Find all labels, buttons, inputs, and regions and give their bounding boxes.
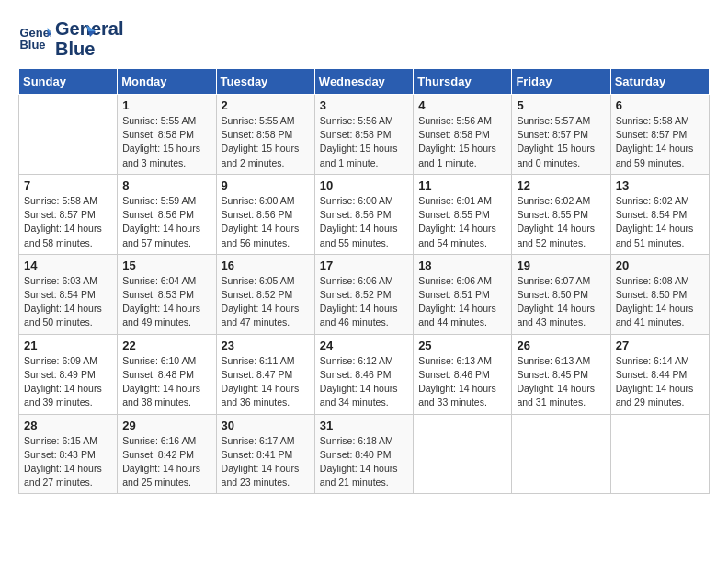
calendar-week-row: 28Sunrise: 6:15 AMSunset: 8:43 PMDayligh… — [19, 414, 710, 494]
day-number: 13 — [616, 178, 704, 192]
day-info: Sunrise: 5:58 AMSunset: 8:57 PMDaylight:… — [24, 194, 112, 250]
calendar-cell: 15Sunrise: 6:04 AMSunset: 8:53 PMDayligh… — [118, 254, 216, 334]
day-info: Sunrise: 6:17 AMSunset: 8:41 PMDaylight:… — [222, 434, 310, 490]
day-info: Sunrise: 6:18 AMSunset: 8:40 PMDaylight:… — [320, 434, 408, 490]
day-number: 31 — [320, 419, 408, 432]
calendar-cell: 1Sunrise: 5:55 AMSunset: 8:58 PMDaylight… — [118, 95, 216, 175]
day-number: 16 — [222, 259, 310, 272]
calendar-cell: 21Sunrise: 6:09 AMSunset: 8:49 PMDayligh… — [19, 334, 118, 414]
day-number: 1 — [122, 98, 210, 112]
calendar-cell: 7Sunrise: 5:58 AMSunset: 8:57 PMDaylight… — [19, 174, 118, 254]
day-number: 7 — [24, 178, 112, 192]
day-info: Sunrise: 6:04 AMSunset: 8:53 PMDaylight:… — [122, 274, 210, 330]
logo-bird-icon — [68, 20, 96, 48]
day-info: Sunrise: 6:12 AMSunset: 8:46 PMDaylight:… — [320, 354, 408, 410]
calendar-cell: 28Sunrise: 6:15 AMSunset: 8:43 PMDayligh… — [19, 414, 118, 494]
day-number: 15 — [122, 259, 210, 272]
day-number: 10 — [320, 178, 408, 192]
svg-marker-4 — [86, 25, 96, 31]
day-number: 22 — [122, 339, 210, 352]
calendar-cell: 20Sunrise: 6:08 AMSunset: 8:50 PMDayligh… — [610, 254, 709, 334]
calendar-cell: 27Sunrise: 6:14 AMSunset: 8:44 PMDayligh… — [610, 334, 709, 414]
day-number: 17 — [320, 259, 408, 272]
day-number: 29 — [122, 419, 210, 432]
day-info: Sunrise: 5:57 AMSunset: 8:57 PMDaylight:… — [517, 114, 605, 170]
day-header-friday: Friday — [512, 69, 610, 95]
day-number: 26 — [517, 339, 605, 352]
day-header-monday: Monday — [118, 69, 216, 95]
day-info: Sunrise: 6:01 AMSunset: 8:55 PMDaylight:… — [418, 194, 506, 250]
day-number: 19 — [517, 259, 605, 272]
calendar-cell — [414, 414, 512, 494]
day-number: 20 — [616, 259, 704, 272]
day-info: Sunrise: 6:02 AMSunset: 8:54 PMDaylight:… — [616, 194, 704, 250]
day-number: 5 — [517, 98, 605, 112]
calendar-cell: 18Sunrise: 6:06 AMSunset: 8:51 PMDayligh… — [414, 254, 512, 334]
calendar-cell: 8Sunrise: 5:59 AMSunset: 8:56 PMDaylight… — [118, 174, 216, 254]
day-info: Sunrise: 6:13 AMSunset: 8:45 PMDaylight:… — [517, 354, 605, 410]
calendar-cell: 26Sunrise: 6:13 AMSunset: 8:45 PMDayligh… — [512, 334, 610, 414]
calendar-cell: 5Sunrise: 5:57 AMSunset: 8:57 PMDaylight… — [512, 95, 610, 175]
day-info: Sunrise: 6:03 AMSunset: 8:54 PMDaylight:… — [24, 274, 112, 330]
day-number: 27 — [616, 339, 704, 352]
calendar-header: SundayMondayTuesdayWednesdayThursdayFrid… — [19, 69, 710, 95]
day-info: Sunrise: 5:55 AMSunset: 8:58 PMDaylight:… — [222, 114, 310, 170]
day-number: 3 — [320, 98, 408, 112]
calendar-week-row: 7Sunrise: 5:58 AMSunset: 8:57 PMDaylight… — [19, 174, 710, 254]
calendar-cell — [610, 414, 709, 494]
day-header-tuesday: Tuesday — [216, 69, 314, 95]
calendar-cell — [19, 95, 118, 175]
calendar-cell: 30Sunrise: 6:17 AMSunset: 8:41 PMDayligh… — [216, 414, 314, 494]
calendar-cell: 17Sunrise: 6:06 AMSunset: 8:52 PMDayligh… — [314, 254, 413, 334]
day-info: Sunrise: 6:10 AMSunset: 8:48 PMDaylight:… — [122, 354, 210, 410]
day-info: Sunrise: 5:56 AMSunset: 8:58 PMDaylight:… — [320, 114, 408, 170]
day-info: Sunrise: 6:05 AMSunset: 8:52 PMDaylight:… — [222, 274, 310, 330]
day-number: 8 — [122, 178, 210, 192]
calendar-week-row: 14Sunrise: 6:03 AMSunset: 8:54 PMDayligh… — [19, 254, 710, 334]
day-info: Sunrise: 6:06 AMSunset: 8:52 PMDaylight:… — [320, 274, 408, 330]
day-info: Sunrise: 6:07 AMSunset: 8:50 PMDaylight:… — [517, 274, 605, 330]
day-info: Sunrise: 6:14 AMSunset: 8:44 PMDaylight:… — [616, 354, 704, 410]
day-number: 12 — [517, 178, 605, 192]
svg-marker-5 — [88, 31, 96, 37]
calendar-cell: 23Sunrise: 6:11 AMSunset: 8:47 PMDayligh… — [216, 334, 314, 414]
day-header-sunday: Sunday — [19, 69, 118, 95]
calendar-cell: 31Sunrise: 6:18 AMSunset: 8:40 PMDayligh… — [314, 414, 413, 494]
day-number: 6 — [616, 98, 704, 112]
day-info: Sunrise: 6:08 AMSunset: 8:50 PMDaylight:… — [616, 274, 704, 330]
calendar-cell: 3Sunrise: 5:56 AMSunset: 8:58 PMDaylight… — [314, 95, 413, 175]
day-number: 28 — [24, 419, 112, 432]
day-number: 14 — [24, 259, 112, 272]
day-info: Sunrise: 6:02 AMSunset: 8:55 PMDaylight:… — [517, 194, 605, 250]
day-info: Sunrise: 6:00 AMSunset: 8:56 PMDaylight:… — [320, 194, 408, 250]
day-info: Sunrise: 5:59 AMSunset: 8:56 PMDaylight:… — [122, 194, 210, 250]
calendar-week-row: 1Sunrise: 5:55 AMSunset: 8:58 PMDaylight… — [19, 95, 710, 175]
day-number: 11 — [418, 178, 506, 192]
day-number: 23 — [222, 339, 310, 352]
calendar-cell: 6Sunrise: 5:58 AMSunset: 8:57 PMDaylight… — [610, 95, 709, 175]
calendar-cell: 4Sunrise: 5:56 AMSunset: 8:58 PMDaylight… — [414, 95, 512, 175]
day-info: Sunrise: 6:13 AMSunset: 8:46 PMDaylight:… — [418, 354, 506, 410]
day-header-wednesday: Wednesday — [314, 69, 413, 95]
day-header-saturday: Saturday — [610, 69, 709, 95]
calendar-cell: 13Sunrise: 6:02 AMSunset: 8:54 PMDayligh… — [610, 174, 709, 254]
calendar-cell: 14Sunrise: 6:03 AMSunset: 8:54 PMDayligh… — [19, 254, 118, 334]
logo: General Blue General Blue — [18, 18, 96, 59]
calendar-cell: 10Sunrise: 6:00 AMSunset: 8:56 PMDayligh… — [314, 174, 413, 254]
day-info: Sunrise: 5:56 AMSunset: 8:58 PMDaylight:… — [418, 114, 506, 170]
day-number: 21 — [24, 339, 112, 352]
day-number: 9 — [222, 178, 310, 192]
svg-text:Blue: Blue — [19, 38, 45, 52]
calendar-cell: 16Sunrise: 6:05 AMSunset: 8:52 PMDayligh… — [216, 254, 314, 334]
calendar-cell: 9Sunrise: 6:00 AMSunset: 8:56 PMDaylight… — [216, 174, 314, 254]
day-number: 24 — [320, 339, 408, 352]
calendar-cell: 22Sunrise: 6:10 AMSunset: 8:48 PMDayligh… — [118, 334, 216, 414]
day-number: 2 — [222, 98, 310, 112]
calendar-body: 1Sunrise: 5:55 AMSunset: 8:58 PMDaylight… — [19, 95, 710, 494]
day-number: 4 — [418, 98, 506, 112]
calendar-cell: 24Sunrise: 6:12 AMSunset: 8:46 PMDayligh… — [314, 334, 413, 414]
day-number: 25 — [418, 339, 506, 352]
calendar-cell: 12Sunrise: 6:02 AMSunset: 8:55 PMDayligh… — [512, 174, 610, 254]
calendar-cell: 2Sunrise: 5:55 AMSunset: 8:58 PMDaylight… — [216, 95, 314, 175]
page-header: General Blue General Blue — [18, 18, 710, 59]
